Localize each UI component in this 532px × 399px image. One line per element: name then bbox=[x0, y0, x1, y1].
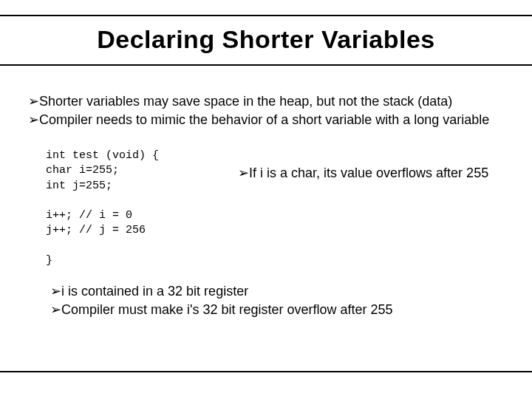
bullet-top-0: ➢Shorter variables may save space in the… bbox=[28, 93, 504, 110]
code-column: int test (void) { char i=255; int j=255;… bbox=[28, 149, 220, 268]
arrow-icon: ➢ bbox=[28, 93, 39, 110]
arrow-icon: ➢ bbox=[28, 112, 39, 129]
arrow-icon: ➢ bbox=[50, 301, 61, 318]
bullet-text: Compiler must make i's 32 bit register o… bbox=[61, 302, 393, 317]
bullet-text: If i is a char, its value overflows afte… bbox=[249, 166, 488, 180]
arrow-icon: ➢ bbox=[50, 283, 61, 300]
side-column: ➢If i is a char, its value overflows aft… bbox=[220, 149, 504, 182]
slide-title: Declaring Shorter Variables bbox=[0, 25, 532, 54]
two-column-area: int test (void) { char i=255; int j=255;… bbox=[28, 149, 504, 268]
bullet-top-1: ➢Compiler needs to mimic the behavior of… bbox=[28, 112, 504, 129]
bottom-bullet-1: ➢Compiler must make i's 32 bit register … bbox=[50, 301, 504, 318]
side-bullet-0: ➢If i is a char, its value overflows aft… bbox=[238, 165, 504, 182]
slide: Declaring Shorter Variables ➢Shorter var… bbox=[0, 0, 532, 399]
arrow-icon: ➢ bbox=[238, 165, 249, 182]
bullet-text: i is contained in a 32 bit register bbox=[61, 284, 248, 299]
footer-divider bbox=[0, 371, 532, 372]
title-band: Declaring Shorter Variables bbox=[0, 15, 532, 66]
bullet-text: Compiler needs to mimic the behavior of … bbox=[39, 112, 489, 127]
bottom-bullets: ➢i is contained in a 32 bit register ➢Co… bbox=[50, 283, 504, 318]
code-block: int test (void) { char i=255; int j=255;… bbox=[46, 149, 220, 268]
slide-body: ➢Shorter variables may save space in the… bbox=[28, 93, 504, 319]
bottom-bullet-0: ➢i is contained in a 32 bit register bbox=[50, 283, 504, 300]
bullet-text: Shorter variables may save space in the … bbox=[39, 94, 452, 109]
